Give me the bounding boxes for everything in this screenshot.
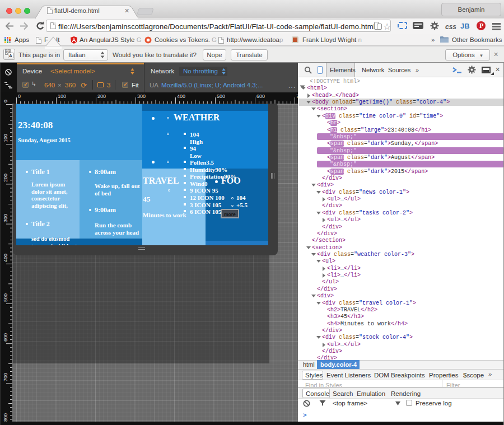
svg-text:600: 600 bbox=[256, 94, 265, 99]
svg-text:300: 300 bbox=[137, 94, 146, 99]
svg-text:800: 800 bbox=[3, 413, 8, 422]
svg-text:100: 100 bbox=[3, 134, 8, 142]
svg-text:200: 200 bbox=[3, 174, 8, 182]
svg-text:0: 0 bbox=[3, 100, 8, 102]
svg-text:400: 400 bbox=[3, 254, 8, 262]
svg-text:400: 400 bbox=[177, 94, 185, 99]
svg-text:600: 600 bbox=[3, 333, 8, 342]
svg-text:100: 100 bbox=[58, 94, 66, 99]
svg-text:300: 300 bbox=[3, 214, 8, 222]
svg-text:500: 500 bbox=[3, 293, 8, 302]
svg-text:500: 500 bbox=[217, 94, 225, 99]
svg-text:200: 200 bbox=[97, 94, 106, 99]
svg-text:0: 0 bbox=[18, 94, 21, 99]
svg-text:700: 700 bbox=[3, 373, 8, 381]
